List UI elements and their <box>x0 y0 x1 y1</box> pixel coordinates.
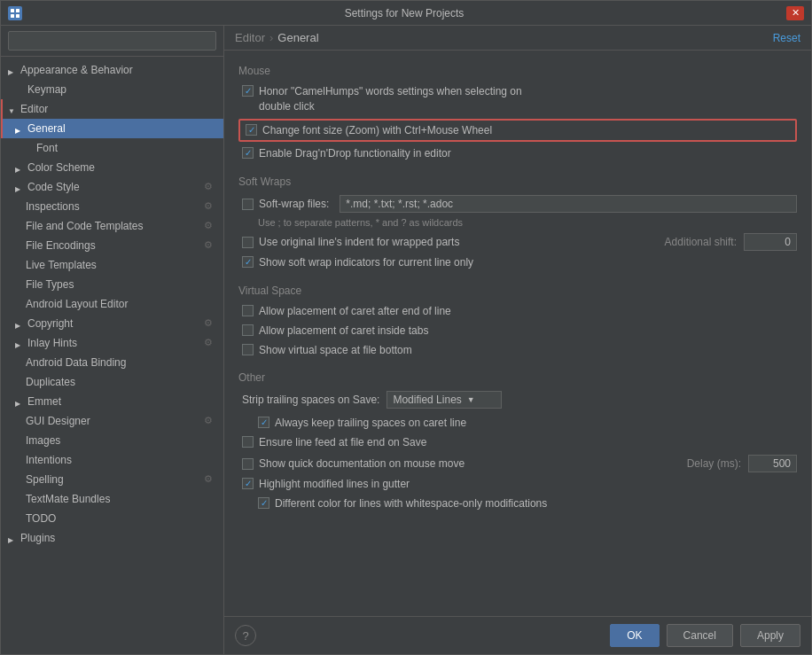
ok-button[interactable]: OK <box>610 624 659 647</box>
sidebar-item-general[interactable]: General <box>1 119 223 138</box>
breadcrumb: Editor › General <box>235 31 319 44</box>
sidebar-item-inlay-hints[interactable]: Inlay Hints ⚙ <box>1 333 223 353</box>
sidebar-item-label: Intentions <box>26 454 216 466</box>
show-indicators-checkbox[interactable] <box>242 256 254 268</box>
help-button[interactable]: ? <box>235 625 256 646</box>
sidebar-item-spelling[interactable]: Spelling ⚙ <box>1 470 223 489</box>
sidebar-item-copyright[interactable]: Copyright ⚙ <box>1 314 223 333</box>
quick-doc-label: Show quick documentation on mouse move <box>259 456 465 472</box>
reset-link[interactable]: Reset <box>773 32 800 44</box>
close-button[interactable]: ✕ <box>786 6 804 20</box>
sidebar: 🔍 Appearance & Behavior Keymap <box>1 26 224 654</box>
main-panel: Editor › General Reset Mouse Honor "Came… <box>224 26 811 654</box>
sidebar-item-label: Images <box>26 434 216 447</box>
soft-wrap-files-input[interactable] <box>340 195 797 213</box>
virtual-bottom-checkbox[interactable] <box>242 344 254 355</box>
sidebar-item-label: File and Code Templates <box>26 220 204 232</box>
sidebar-item-label: Editor <box>20 103 216 115</box>
caret-end-checkbox[interactable] <box>242 305 254 316</box>
sidebar-item-textmate[interactable]: TextMate Bundles <box>1 489 223 509</box>
soft-wraps-label: Soft Wraps <box>238 175 797 188</box>
sidebar-item-inspections[interactable]: Inspections ⚙ <box>1 197 223 216</box>
sidebar-item-keymap[interactable]: Keymap <box>1 80 223 99</box>
caret-tabs-row: Allow placement of caret inside tabs <box>238 324 797 339</box>
sidebar-item-intentions[interactable]: Intentions <box>1 450 223 470</box>
svg-rect-1 <box>16 9 20 12</box>
sidebar-item-images[interactable]: Images <box>1 431 223 450</box>
sidebar-item-label: Inlay Hints <box>27 337 204 349</box>
original-indent-label: Use original line's indent for wrapped p… <box>259 235 459 250</box>
svg-rect-2 <box>11 14 14 18</box>
sidebar-item-label: Keymap <box>20 83 216 96</box>
highlight-modified-label: Highlight modified lines in gutter <box>259 477 410 492</box>
arrow-icon <box>8 123 19 134</box>
sidebar-item-plugins[interactable]: Plugins <box>1 528 223 548</box>
apply-button[interactable]: Apply <box>740 624 800 647</box>
search-wrapper: 🔍 <box>8 31 216 51</box>
sidebar-item-label: General <box>20 122 216 135</box>
caret-tabs-checkbox[interactable] <box>242 324 254 336</box>
delay-input[interactable] <box>748 455 797 472</box>
quick-doc-row: Show quick documentation on mouse move D… <box>238 455 797 472</box>
strip-trailing-dropdown[interactable]: Modified Lines ▼ <box>386 391 502 409</box>
cancel-button[interactable]: Cancel <box>667 624 733 647</box>
original-indent-row: Use original line's indent for wrapped p… <box>238 233 797 251</box>
sidebar-item-label: Duplicates <box>26 376 216 388</box>
highlight-modified-row: Highlight modified lines in gutter <box>238 477 797 492</box>
arrow-icon <box>15 318 26 329</box>
soft-wrap-files-checkbox[interactable] <box>242 199 254 210</box>
sidebar-item-label: Code Style <box>27 181 204 193</box>
app-icon <box>8 6 22 20</box>
settings-icon: ⚙ <box>204 415 216 427</box>
quick-doc-checkbox[interactable] <box>242 458 254 470</box>
caret-end-label: Allow placement of caret after end of li… <box>259 304 451 319</box>
sidebar-item-font[interactable]: Font <box>1 138 223 158</box>
arrow-icon <box>8 533 19 543</box>
sidebar-item-emmet[interactable]: Emmet <box>1 392 223 411</box>
settings-icon: ⚙ <box>204 337 216 349</box>
additional-shift-input[interactable] <box>744 233 797 251</box>
always-keep-checkbox[interactable] <box>258 417 269 428</box>
sidebar-item-label: TODO <box>26 512 216 525</box>
search-box: 🔍 <box>1 26 223 57</box>
camel-humps-row: Honor "CamelHumps" words settings when s… <box>238 84 797 114</box>
caret-tabs-label: Allow placement of caret inside tabs <box>259 324 428 339</box>
sidebar-item-appearance[interactable]: Appearance & Behavior <box>1 60 223 80</box>
settings-icon: ⚙ <box>204 239 216 252</box>
sidebar-item-label: GUI Designer <box>26 415 204 427</box>
drag-drop-row: Enable Drag'n'Drop functionality in edit… <box>238 146 797 161</box>
sidebar-item-todo[interactable]: TODO <box>1 509 223 528</box>
search-input[interactable] <box>8 31 216 51</box>
sidebar-item-label: Android Layout Editor <box>26 298 216 310</box>
sidebar-item-file-templates[interactable]: File and Code Templates ⚙ <box>1 216 223 236</box>
other-section: Other Strip trailing spaces on Save: Mod… <box>238 371 797 511</box>
drag-drop-checkbox[interactable] <box>242 147 254 159</box>
sidebar-item-live-templates[interactable]: Live Templates <box>1 255 223 275</box>
sidebar-item-file-encodings[interactable]: File Encodings ⚙ <box>1 236 223 255</box>
camel-humps-checkbox[interactable] <box>242 85 254 97</box>
arrow-spacer <box>8 84 19 95</box>
content-area: 🔍 Appearance & Behavior Keymap <box>1 26 811 654</box>
sidebar-item-label: Android Data Binding <box>26 356 216 369</box>
bottom-bar: ? OK Cancel Apply <box>224 616 811 654</box>
sidebar-item-android-data[interactable]: Android Data Binding <box>1 353 223 372</box>
diff-color-checkbox[interactable] <box>258 497 269 509</box>
settings-icon: ⚙ <box>204 181 216 193</box>
original-indent-checkbox[interactable] <box>242 237 254 248</box>
sidebar-item-android-layout[interactable]: Android Layout Editor <box>1 294 223 314</box>
line-feed-checkbox[interactable] <box>242 436 254 448</box>
sidebar-item-color-scheme[interactable]: Color Scheme <box>1 158 223 177</box>
sidebar-item-file-types[interactable]: File Types <box>1 275 223 294</box>
sidebar-item-gui-designer[interactable]: GUI Designer ⚙ <box>1 411 223 431</box>
font-zoom-checkbox[interactable] <box>246 124 257 136</box>
highlight-modified-checkbox[interactable] <box>242 478 254 489</box>
show-indicators-row: Show soft wrap indicators for current li… <box>238 255 797 270</box>
sidebar-item-duplicates[interactable]: Duplicates <box>1 372 223 392</box>
sidebar-item-editor[interactable]: Editor <box>1 99 223 119</box>
strip-trailing-row: Strip trailing spaces on Save: Modified … <box>238 391 797 409</box>
sidebar-item-label: File Types <box>26 278 216 291</box>
sidebar-item-label: File Encodings <box>26 239 204 252</box>
always-keep-label: Always keep trailing spaces on caret lin… <box>275 416 466 431</box>
sidebar-item-code-style[interactable]: Code Style ⚙ <box>1 177 223 197</box>
sidebar-item-label: Copyright <box>27 317 204 330</box>
